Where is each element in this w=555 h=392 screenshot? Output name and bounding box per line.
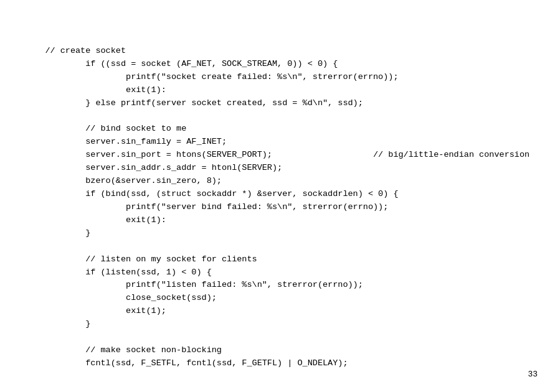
code-line: fcntl(ssd, F_SETFL, fcntl(ssd, F_GETFL) … [25, 357, 536, 370]
code-line: printf("socket create failed: %s\n", str… [25, 71, 536, 84]
code-line: // bind socket to me [25, 123, 536, 136]
code-line: if ((ssd = socket (AF_NET, SOCK_STREAM, … [25, 58, 536, 71]
code-line: printf("listen failed: %s\n", strerror(e… [25, 279, 536, 292]
code-line: exit(1); [25, 305, 536, 318]
code-line: } [25, 227, 536, 240]
code-line [25, 110, 536, 123]
code-line [25, 240, 536, 253]
code-block: // create socket if ((ssd = socket (AF_N… [0, 0, 555, 392]
code-line: bzero(&server.sin_zero, 8); [25, 175, 536, 188]
code-content: // create socket if ((ssd = socket (AF_N… [25, 45, 536, 370]
code-line: server.sin_addr.s_addr = htonl(SERVER); [25, 162, 536, 175]
code-line: } [25, 318, 536, 331]
code-line: // create socket [25, 45, 536, 58]
code-line: server.sin_family = AF_INET; [25, 136, 536, 149]
code-line: if (bind(ssd, (struct sockaddr *) &serve… [25, 188, 536, 201]
code-line: server.sin_port = htons(SERVER_PORT); //… [25, 149, 536, 162]
code-line: exit(1): [25, 84, 536, 97]
page-number: 33 [528, 368, 538, 381]
code-line [25, 331, 536, 344]
code-line: if (listen(ssd, 1) < 0) { [25, 266, 536, 279]
code-line: exit(1): [25, 214, 536, 227]
code-line: // make socket non-blocking [25, 344, 536, 357]
code-line: } else printf(server socket created, ssd… [25, 97, 536, 110]
code-line: printf("server bind failed: %s\n", strer… [25, 201, 536, 214]
code-line: close_socket(ssd); [25, 292, 536, 305]
code-line: // listen on my socket for clients [25, 253, 536, 266]
